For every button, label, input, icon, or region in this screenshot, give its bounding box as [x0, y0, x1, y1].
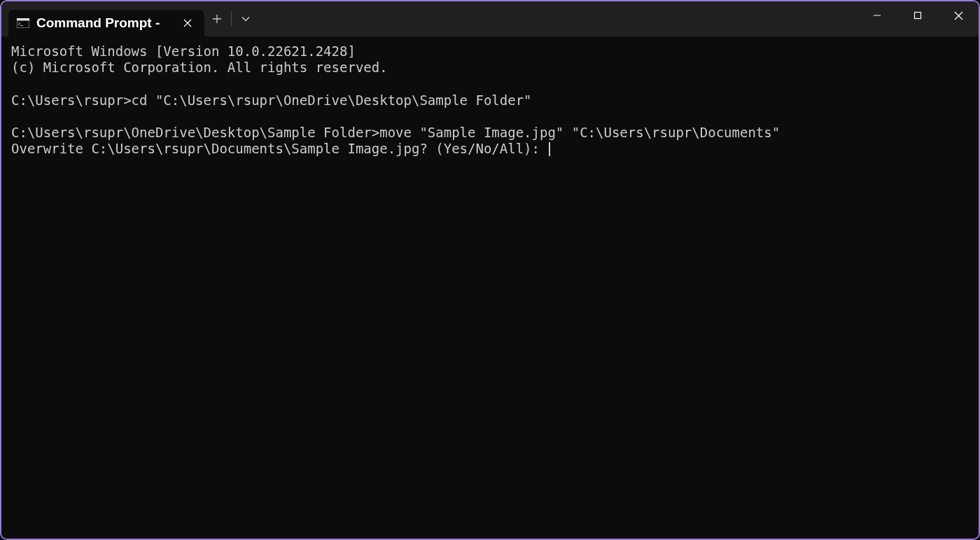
titlebar: Command Prompt -: [1, 1, 979, 36]
terminal-prompt-line: Overwrite C:\Users\rsupr\Documents\Sampl…: [11, 141, 547, 156]
cursor: [549, 142, 550, 156]
window-controls: [857, 1, 979, 36]
tab-command-prompt[interactable]: Command Prompt -: [8, 10, 204, 36]
svg-rect-4: [915, 13, 921, 19]
chevron-down-icon: [241, 16, 250, 22]
svg-rect-1: [17, 18, 29, 21]
maximize-icon: [913, 11, 922, 20]
terminal-line: (c) Microsoft Corporation. All rights re…: [11, 60, 388, 75]
window-close-button[interactable]: [938, 1, 979, 29]
close-icon: [954, 11, 963, 20]
tab-title: Command Prompt -: [36, 15, 174, 31]
plus-icon: [212, 14, 222, 24]
terminal-line: Microsoft Windows [Version 10.0.22621.24…: [11, 43, 356, 59]
tab-close-button[interactable]: [181, 16, 195, 30]
tab-actions: [204, 1, 258, 36]
maximize-button[interactable]: [897, 1, 938, 29]
minimize-icon: [873, 11, 881, 20]
terminal-output[interactable]: Microsoft Windows [Version 10.0.22621.24…: [1, 36, 979, 539]
tab-dropdown-button[interactable]: [233, 6, 258, 32]
cmd-icon: [17, 18, 29, 28]
minimize-button[interactable]: [857, 1, 897, 29]
terminal-line: C:\Users\rsupr\OneDrive\Desktop\Sample F…: [11, 125, 780, 140]
new-tab-button[interactable]: [204, 6, 230, 32]
divider: [231, 11, 232, 27]
close-icon: [183, 19, 192, 27]
terminal-line: C:\Users\rsupr>cd "C:\Users\rsupr\OneDri…: [11, 92, 532, 108]
